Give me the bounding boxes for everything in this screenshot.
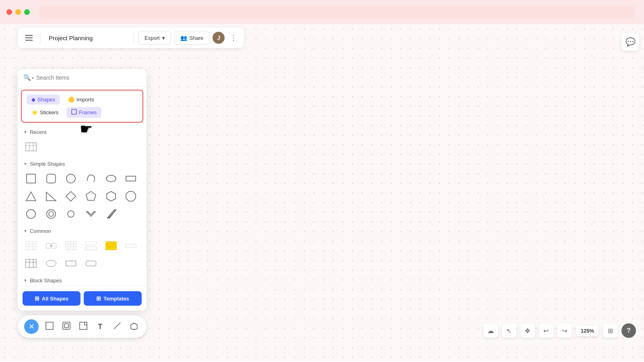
svg-rect-55 <box>63 322 70 329</box>
shape-hexagon[interactable] <box>103 189 119 204</box>
simple-shapes-header[interactable]: ▼ Simple Shapes <box>18 158 147 169</box>
imports-label: Imports <box>76 97 94 103</box>
shape-small-circle[interactable] <box>63 206 78 222</box>
move-button[interactable]: ✥ <box>520 323 535 338</box>
redo-button[interactable]: ↪ <box>557 323 572 338</box>
help-button[interactable]: ? <box>621 323 636 338</box>
undo-button[interactable]: ↩ <box>539 323 553 338</box>
recent-section-header[interactable]: ▼ Recent <box>18 126 147 138</box>
simple-shapes-grid <box>18 169 147 225</box>
svg-point-7 <box>66 174 75 183</box>
shape-circle[interactable] <box>63 171 78 186</box>
common-oval[interactable] <box>43 256 59 271</box>
traffic-light-yellow[interactable] <box>15 9 21 15</box>
svg-marker-14 <box>107 191 116 201</box>
tab-frames[interactable]: Frames <box>66 107 101 118</box>
shape-rounded-rect[interactable] <box>43 171 59 186</box>
lasso-tool-button[interactable] <box>128 321 140 333</box>
title-bar <box>0 0 644 24</box>
menu-button[interactable] <box>23 31 35 44</box>
text-tool-button[interactable]: T <box>94 321 106 333</box>
common-rect-thin[interactable] <box>63 256 78 271</box>
svg-marker-20 <box>87 212 95 216</box>
search-dropdown-icon[interactable]: ▾ <box>32 76 34 80</box>
common-bar[interactable] <box>123 238 138 253</box>
shape-pentagon[interactable] <box>83 189 99 204</box>
shape-arc[interactable] <box>83 171 99 186</box>
svg-rect-54 <box>46 322 53 329</box>
recent-section-label: Recent <box>30 129 46 135</box>
block-shapes-label: Block Shapes <box>30 278 62 284</box>
search-input[interactable] <box>36 74 141 81</box>
all-shapes-grid-icon: ⊞ <box>35 295 39 302</box>
common-process[interactable] <box>43 238 59 253</box>
shape-octagon[interactable] <box>123 189 138 204</box>
line-tool-icon <box>113 321 122 332</box>
svg-marker-15 <box>126 191 136 201</box>
bottom-toolbar: ✕ T <box>18 315 147 338</box>
shape-triangle[interactable] <box>23 189 39 204</box>
svg-point-19 <box>68 211 74 217</box>
svg-rect-39 <box>86 247 96 250</box>
avatar[interactable]: J <box>213 32 225 44</box>
all-shapes-button[interactable]: ⊞ All Shapes <box>23 291 80 306</box>
share-button[interactable]: 👥 Share <box>174 31 210 45</box>
traffic-light-red[interactable] <box>6 9 12 15</box>
undo-icon: ↩ <box>543 327 549 335</box>
export-button[interactable]: Export ▾ <box>138 31 171 45</box>
block-shapes-header[interactable]: ▼ Block Shapes <box>18 274 147 286</box>
frames-label: Frames <box>79 109 97 115</box>
export-label: Export <box>144 35 160 41</box>
svg-rect-1 <box>26 143 36 151</box>
shape-circle2[interactable] <box>23 206 39 222</box>
svg-point-16 <box>27 210 35 218</box>
sticky-tool-icon <box>79 321 88 332</box>
shape-diamond[interactable] <box>63 189 78 204</box>
shapes-label: Shapes <box>37 97 55 103</box>
svg-rect-53 <box>86 261 96 266</box>
close-button[interactable]: ✕ <box>24 319 39 334</box>
document-title[interactable] <box>45 33 128 43</box>
more-options-button[interactable]: ⋮ <box>228 32 239 43</box>
svg-point-18 <box>49 212 54 216</box>
shapes-icon: ◆ <box>31 97 35 103</box>
svg-rect-23 <box>26 242 36 250</box>
sticky-tool-button[interactable] <box>77 321 89 333</box>
cursor-button[interactable]: ↖ <box>502 323 516 338</box>
help-icon: ? <box>627 327 631 334</box>
shape-donut[interactable] <box>43 206 59 222</box>
line-tool-button[interactable] <box>111 321 123 333</box>
chat-button[interactable]: 💬 <box>621 33 639 51</box>
common-section-header[interactable]: ▼ Common <box>18 225 147 237</box>
recent-table-item[interactable] <box>23 139 39 154</box>
shape-right-triangle[interactable] <box>43 189 59 204</box>
tab-stickers[interactable]: ⭐ Stickers <box>27 107 63 118</box>
zoom-display: 125% <box>576 325 599 336</box>
shape-wide-rect[interactable] <box>123 171 138 186</box>
shape-chevron-down[interactable] <box>83 206 99 222</box>
shape-ellipse[interactable] <box>103 171 119 186</box>
shape-square[interactable] <box>23 171 39 186</box>
traffic-light-green[interactable] <box>24 9 30 15</box>
common-table[interactable] <box>23 238 39 253</box>
tab-shapes[interactable]: ◆ Shapes <box>27 95 60 105</box>
svg-rect-0 <box>72 109 76 114</box>
close-icon: ✕ <box>29 322 35 331</box>
common-grid2[interactable] <box>63 238 78 253</box>
common-rect-rounded[interactable] <box>83 256 99 271</box>
common-list[interactable] <box>83 238 99 253</box>
shape-parallelogram[interactable] <box>103 206 119 222</box>
frame-tool-button[interactable] <box>60 321 72 333</box>
common-table2[interactable] <box>23 256 39 271</box>
left-panel: 🔍 ▾ ◆ Shapes 🟡 Imports ⭐ Stickers <box>18 69 147 311</box>
grid-button[interactable]: ⊞ <box>603 323 617 338</box>
zoom-value: 125% <box>581 328 594 334</box>
cloud-button[interactable]: ☁ <box>483 323 498 338</box>
common-yellow-block[interactable] <box>103 238 119 253</box>
tab-imports[interactable]: 🟡 Imports <box>63 95 99 105</box>
common-shapes-grid <box>18 237 147 274</box>
rectangle-tool-button[interactable] <box>43 321 56 333</box>
templates-button[interactable]: ⊞ Templates <box>84 291 142 306</box>
svg-rect-57 <box>80 322 87 329</box>
cursor-icon: ↖ <box>506 327 512 335</box>
